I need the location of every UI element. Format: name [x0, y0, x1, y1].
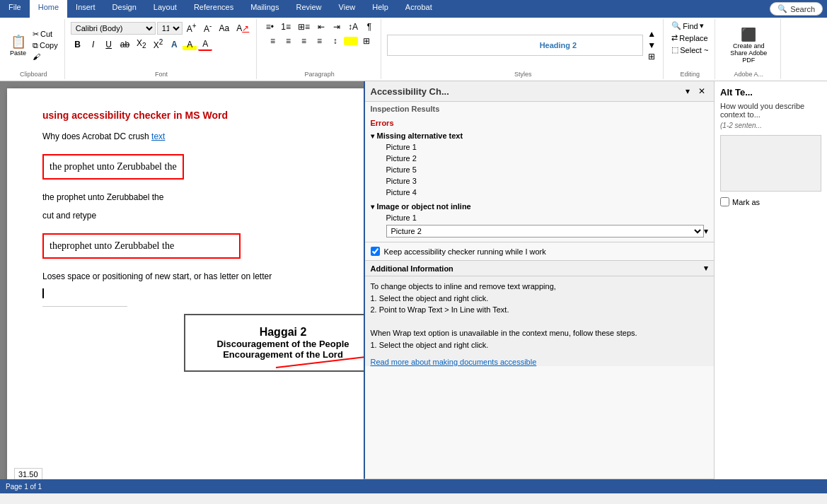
align-right-button[interactable]: ≡ [297, 35, 311, 47]
keep-running-checkbox[interactable] [371, 247, 380, 256]
paste-button[interactable]: 📋 Paste [7, 33, 29, 58]
font-size-select[interactable]: 11 [157, 22, 183, 35]
document-page: using accessibility checker in MS Word W… [7, 88, 364, 479]
acc-close-button[interactable]: ✕ [695, 86, 708, 97]
tab-mailings[interactable]: Mailings [242, 0, 287, 18]
sort-button[interactable]: ↕A [345, 21, 361, 33]
replace-icon: ⇄ [671, 33, 678, 42]
mark-as-checkbox[interactable] [720, 197, 729, 206]
document-area[interactable]: using accessibility checker in MS Word W… [0, 81, 364, 479]
justify-button[interactable]: ≡ [313, 35, 327, 47]
acc-inline-picture1[interactable]: Picture 1 [365, 212, 715, 223]
missing-alt-group: ▾ Missing alternative text Picture 1 Pic… [365, 130, 715, 198]
acc-menu-button[interactable]: ▾ [683, 86, 693, 97]
cut-button[interactable]: ✂ Cut [30, 29, 60, 40]
font-grow-button[interactable]: A+ [184, 21, 199, 35]
italic-button[interactable]: I [86, 39, 100, 50]
align-left-button[interactable]: ≡ [266, 35, 280, 47]
tab-view[interactable]: View [330, 0, 364, 18]
text-effects-button[interactable]: A [167, 39, 181, 50]
acc-item-picture1[interactable]: Picture 1 [365, 141, 715, 153]
select-button[interactable]: ⬚ Select ~ [669, 45, 710, 55]
hr-divider [42, 306, 127, 307]
pdf-icon: ⬛ [741, 27, 756, 42]
strikethrough-button[interactable]: ab [117, 39, 132, 50]
highlight-button[interactable]: A [183, 39, 197, 50]
alt-text-title: Alt Te... [720, 87, 821, 98]
align-center-button[interactable]: ≡ [282, 35, 296, 47]
style-heading1[interactable]: Heading 1 [483, 38, 533, 52]
cursor [42, 288, 44, 298]
acc-item-picture3[interactable]: Picture 3 [365, 175, 715, 187]
show-formatting-button[interactable]: ¶ [362, 21, 376, 33]
acc-inline-picture2-dropdown: Picture 2 ▾ [365, 223, 715, 239]
numbering-button[interactable]: 1≡ [278, 21, 294, 33]
increase-indent-button[interactable]: ⇥ [330, 21, 344, 33]
create-pdf-button[interactable]: ⬛ Create and Share Adobe PDF [721, 25, 776, 65]
underline-button[interactable]: U [102, 39, 116, 50]
read-more-link[interactable]: Read more about making documents accessi… [371, 358, 709, 366]
copy-button[interactable]: ⧉ Copy [30, 40, 60, 51]
additional-info-header[interactable]: Additional Information ▾ [365, 261, 715, 276]
text-link[interactable]: text [151, 131, 165, 141]
tab-file[interactable]: File [0, 0, 30, 18]
additional-step3: 1. Select the object and right click. [371, 339, 709, 351]
acc-header-controls: ▾ ✕ [683, 86, 708, 97]
acc-panel-header: Accessibility Ch... ▾ ✕ [365, 81, 715, 102]
replace-button[interactable]: ⇄ Replace [669, 33, 710, 43]
font-name-select[interactable]: Calibri (Body) [71, 22, 156, 35]
font-color-button[interactable]: A [198, 38, 212, 51]
tab-help[interactable]: Help [364, 0, 397, 18]
acc-inline-select[interactable]: Picture 2 [386, 225, 705, 238]
style-normal[interactable]: ¶ Normal [389, 38, 433, 52]
alt-text-input-area [720, 135, 821, 192]
find-icon: 🔍 [671, 21, 681, 30]
inline-header[interactable]: ▾ Image or object not inline [365, 201, 715, 212]
tab-design[interactable]: Design [104, 0, 145, 18]
change-case-button[interactable]: Aa [216, 23, 233, 34]
plain-text-1: the prophet unto Zerubbabel the [42, 192, 364, 202]
font-shrink-button[interactable]: A- [201, 21, 215, 35]
main-area: using accessibility checker in MS Word W… [0, 81, 827, 479]
subscript-button[interactable]: X2 [134, 37, 149, 50]
bullets-button[interactable]: ≡• [262, 21, 277, 33]
chevron-down-icon: ▾ [371, 132, 374, 140]
find-button[interactable]: 🔍 Find ▾ [669, 20, 705, 31]
shading-button[interactable] [344, 37, 358, 45]
clipboard-label: Clipboard [7, 69, 60, 78]
multilevel-button[interactable]: ⊞≡ [295, 21, 313, 33]
tab-acrobat[interactable]: Acrobat [397, 0, 441, 18]
ribbon: File Home Insert Design Layout Reference… [0, 0, 827, 81]
alt-text-description: How would you describe context to... [720, 102, 821, 119]
acc-item-picture2[interactable]: Picture 2 [365, 153, 715, 164]
search-bar[interactable]: 🔍 Search [770, 2, 823, 16]
acc-item-picture4[interactable]: Picture 4 [365, 187, 715, 198]
clear-formatting-button[interactable]: A↗ [233, 23, 252, 34]
styles-expand[interactable]: ⊞ [644, 51, 659, 62]
superscript-button[interactable]: X2 [151, 37, 166, 51]
style-no-spacing[interactable]: ¶ No Spac... [434, 39, 482, 51]
format-painter-button[interactable]: 🖌 [30, 52, 60, 61]
style-heading2[interactable]: Heading 2 [535, 39, 582, 52]
acc-item-picture5[interactable]: Picture 5 [365, 164, 715, 175]
tab-review[interactable]: Review [288, 0, 330, 18]
line-spacing-button[interactable]: ↕ [328, 35, 342, 47]
styles-scroll-down[interactable]: ▼ [644, 40, 659, 51]
copy-icon: ⧉ [33, 41, 38, 50]
image-sub2: Encouragement of the Lord [199, 349, 364, 360]
keep-running-row: Keep accessibility checker running while… [365, 242, 715, 261]
styles-scroll-up[interactable]: ▲ [644, 28, 659, 40]
tab-references[interactable]: References [185, 0, 242, 18]
style-title[interactable]: AaB Title [582, 37, 641, 54]
borders-button[interactable]: ⊞ [359, 35, 374, 47]
styles-label: Styles [387, 69, 659, 78]
tab-insert[interactable]: Insert [67, 0, 104, 18]
keep-running-label: Keep accessibility checker running while… [384, 247, 546, 256]
bold-button[interactable]: B [71, 39, 85, 50]
tab-home[interactable]: Home [30, 0, 67, 18]
tab-layout[interactable]: Layout [145, 0, 185, 18]
missing-alt-header[interactable]: ▾ Missing alternative text [365, 130, 715, 141]
mark-as-label: Mark as [732, 198, 760, 206]
decrease-indent-button[interactable]: ⇤ [314, 21, 328, 33]
dropdown-arrow-icon: ▾ [704, 226, 708, 236]
